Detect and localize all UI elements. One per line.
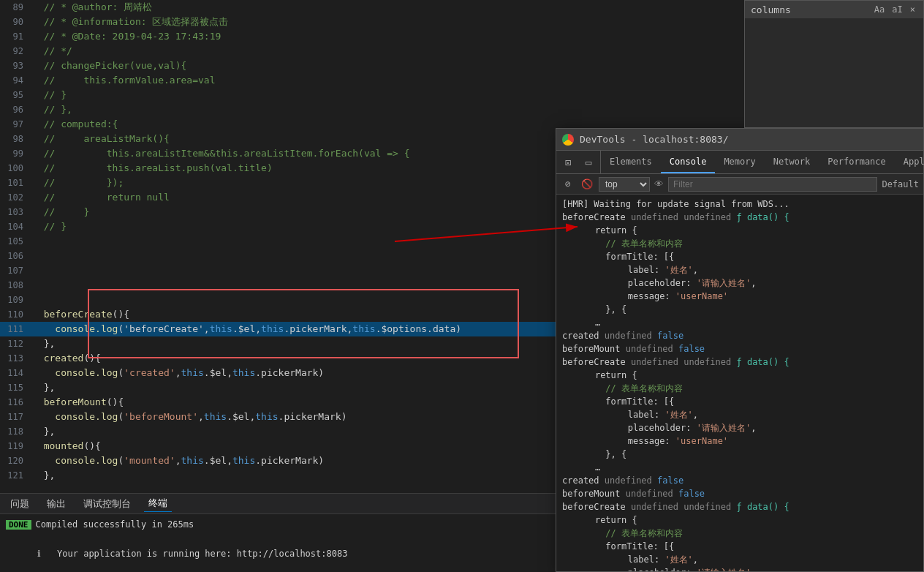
console-line: }, {: [562, 448, 917, 461]
devtools-title: DevTools - localhost:8083/: [580, 134, 729, 145]
console-line: return {: [562, 513, 917, 527]
clear-console-icon[interactable]: ⊘: [561, 177, 575, 192]
console-line: // 表单名称和内容: [562, 382, 917, 395]
devtools-tab-elements[interactable]: Elements: [601, 151, 661, 173]
tab-terminal[interactable]: 终端: [144, 495, 172, 512]
columns-ai-btn[interactable]: aI: [890, 4, 904, 15]
console-line: formTitle: [{: [562, 395, 917, 408]
devtools-tab-memory[interactable]: Memory: [715, 151, 764, 173]
columns-panel-header: columns Aa aI ×: [745, 1, 923, 18]
console-line: …: [562, 461, 917, 474]
console-line: placeholder: '请输入姓名',: [562, 421, 917, 434]
tab-output[interactable]: 输出: [42, 496, 70, 512]
console-line: …: [562, 316, 917, 329]
columns-panel: columns Aa aI ×: [744, 0, 924, 128]
console-line: }, {: [562, 303, 917, 316]
devtools-tab-network[interactable]: Network: [765, 151, 819, 173]
eye-icon[interactable]: 👁: [654, 178, 664, 189]
columns-title: columns: [751, 4, 791, 15]
filter-icon[interactable]: 🚫: [580, 177, 594, 192]
console-line: created undefined false: [562, 329, 917, 342]
devtools-tab-console[interactable]: Console: [661, 151, 716, 173]
console-line: beforeMount undefined false: [562, 342, 917, 355]
console-toolbar: ⊘ 🚫 top 👁 Default: [556, 174, 923, 195]
context-select[interactable]: top: [599, 177, 650, 192]
console-line: placeholder: '请输入姓名',: [562, 276, 917, 290]
device-icon[interactable]: ▭: [580, 154, 597, 171]
console-output[interactable]: [HMR] Waiting for update signal from WDS…: [556, 195, 923, 571]
console-line: beforeCreate undefined undefined ƒ data(…: [562, 355, 917, 369]
console-line: beforeMount undefined false: [562, 487, 917, 500]
devtools-titlebar: DevTools - localhost:8083/: [556, 129, 923, 151]
console-line: // 表单名称和内容: [562, 527, 917, 540]
columns-actions: Aa aI ×: [872, 4, 917, 15]
console-line: [HMR] Waiting for update signal from WDS…: [562, 197, 917, 211]
console-filter-input[interactable]: [668, 177, 877, 192]
console-line: created undefined false: [562, 474, 917, 487]
default-label: Default: [882, 179, 919, 189]
console-line: message: 'userName': [562, 434, 917, 448]
tab-problems[interactable]: 问题: [6, 496, 34, 512]
done-badge: DONE: [6, 520, 31, 530]
console-line: placeholder: '请输入姓名',: [562, 566, 917, 571]
devtools-tab-application[interactable]: Application: [895, 151, 924, 173]
columns-aa-btn[interactable]: Aa: [872, 4, 887, 15]
console-line: message: 'userName': [562, 290, 917, 303]
devtools-panel: DevTools - localhost:8083/ ⊡ ▭ ElementsC…: [556, 128, 924, 572]
console-line: beforeCreate undefined undefined ƒ data(…: [562, 211, 917, 224]
console-line: beforeCreate undefined undefined ƒ data(…: [562, 500, 917, 513]
console-line: label: '姓名',: [562, 263, 917, 276]
console-line: // 表单名称和内容: [562, 237, 917, 250]
console-line: return {: [562, 224, 917, 237]
devtools-tab-bar: ⊡ ▭ ElementsConsoleMemoryNetworkPerforma…: [556, 151, 923, 174]
console-line: return {: [562, 369, 917, 382]
chrome-icon: [562, 134, 574, 146]
devtools-icon-buttons: ⊡ ▭: [556, 151, 601, 173]
console-line: formTitle: [{: [562, 250, 917, 263]
compiled-text: Compiled successfully in 265ms: [36, 519, 194, 530]
inspect-icon[interactable]: ⊡: [559, 154, 577, 171]
devtools-tabs: ElementsConsoleMemoryNetworkPerformanceA…: [601, 151, 924, 173]
columns-close-btn[interactable]: ×: [908, 4, 917, 15]
console-line: label: '姓名',: [562, 408, 917, 421]
devtools-tab-performance[interactable]: Performance: [819, 151, 894, 173]
tab-debug-console[interactable]: 调试控制台: [79, 496, 135, 512]
console-line: label: '姓名',: [562, 553, 917, 566]
console-line: formTitle: [{: [562, 540, 917, 553]
